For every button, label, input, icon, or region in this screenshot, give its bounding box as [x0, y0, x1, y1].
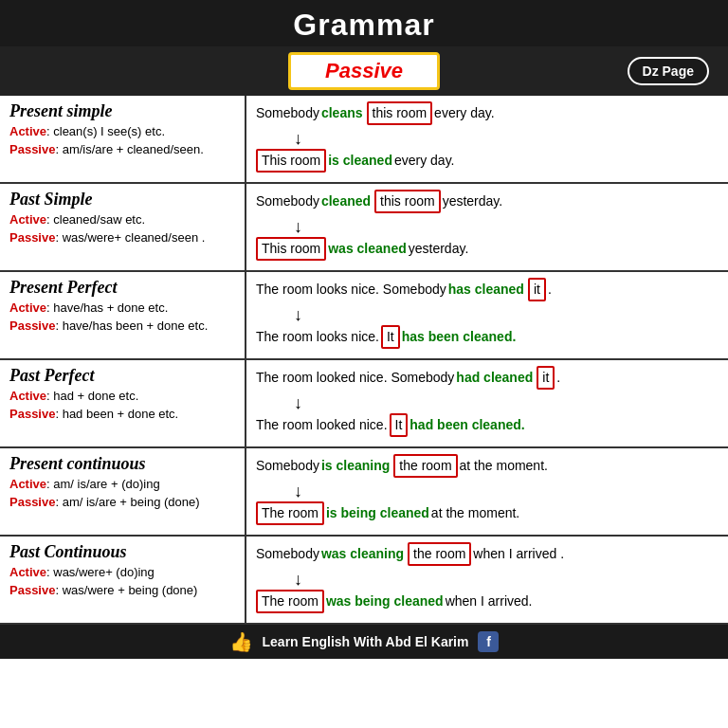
ex2-part-1: It	[381, 325, 400, 349]
ex1-part-0: The room looked nice. Somebody	[256, 368, 454, 388]
arrow-present-continuous: ↓	[256, 482, 719, 501]
passive-label: Passive	[9, 407, 55, 421]
dz-page-badge: Dz Page	[628, 57, 709, 85]
example1-past-continuous: Somebody was cleaning the room when I ar…	[256, 542, 719, 566]
active-text: : cleaned/saw etc.	[46, 212, 145, 227]
active-text: : had + done etc.	[46, 389, 138, 403]
ex1-part-4: when I arrived .	[473, 544, 564, 564]
ex2-part-2: at the moment.	[431, 503, 519, 523]
example2-past-simple: This room was cleaned yesterday.	[256, 237, 719, 261]
active-label: Active	[9, 477, 46, 491]
ex1-part-0: Somebody	[256, 191, 319, 211]
active-line-past-perfect: Active: had + done etc.	[9, 388, 235, 405]
active-text: : am/ is/are + (do)ing	[46, 477, 160, 491]
passive-text: : had been + done etc.	[55, 407, 178, 421]
active-label: Active	[9, 565, 46, 579]
ex1-part-1: was cleaning	[321, 544, 404, 564]
left-col-present-simple: Present simpleActive: clean(s) I see(s) …	[0, 96, 246, 182]
example2-present-simple: This room is cleaned every day.	[256, 149, 719, 173]
ex1-part-3: the room	[408, 542, 471, 566]
section-present-simple: Present simpleActive: clean(s) I see(s) …	[0, 96, 728, 184]
left-col-past-simple: Past SimpleActive: cleaned/saw etc.Passi…	[0, 184, 246, 270]
passive-line-present-continuous: Passive: am/ is/are + being (done)	[9, 494, 235, 511]
active-line-present-simple: Active: clean(s) I see(s) etc.	[9, 123, 235, 140]
passive-label: Passive	[9, 583, 55, 597]
passive-label: Passive	[325, 59, 403, 82]
active-text: : was/were+ (do)ing	[46, 565, 155, 579]
ex1-part-4: .	[556, 368, 560, 388]
ex2-part-1: was cleaned	[328, 239, 407, 259]
active-label: Active	[9, 389, 46, 403]
ex2-part-2: yesterday.	[409, 239, 469, 259]
section-past-perfect: Past PerfectActive: had + done etc.Passi…	[0, 360, 728, 448]
ex1-part-1: cleaned	[321, 191, 371, 211]
ex1-part-4: .	[548, 280, 552, 300]
arrow-icon-present-continuous: ↓	[294, 482, 302, 501]
ex1-part-0: The room looks nice. Somebody	[256, 280, 446, 300]
arrow-present-simple: ↓	[256, 129, 719, 149]
ex1-part-1: has cleaned	[448, 280, 524, 300]
example2-present-continuous: The room is being cleaned at the moment.	[256, 501, 719, 525]
active-text: : have/has + done etc.	[46, 300, 168, 315]
right-col-past-continuous: Somebody was cleaning the room when I ar…	[246, 537, 728, 623]
ex1-part-3: it	[528, 278, 546, 301]
ex1-part-1: had cleaned	[456, 368, 533, 388]
left-col-past-continuous: Past ContinuousActive: was/were+ (do)ing…	[0, 537, 246, 623]
passive-text: : am/is/are + cleaned/seen.	[55, 142, 203, 156]
ex1-part-0: Somebody	[256, 103, 319, 123]
left-col-present-perfect: Present PerfectActive: have/has + done e…	[0, 272, 246, 358]
section-title-past-simple: Past Simple	[9, 190, 235, 209]
right-col-past-simple: Somebody cleaned this room yesterday.↓Th…	[246, 184, 728, 270]
passive-line-present-simple: Passive: am/is/are + cleaned/seen.	[9, 141, 235, 158]
active-label: Active	[9, 300, 46, 315]
passive-label: Passive	[9, 318, 55, 333]
ex2-part-1: is being cleaned	[326, 503, 429, 523]
left-col-past-perfect: Past PerfectActive: had + done etc.Passi…	[0, 360, 246, 446]
active-line-past-continuous: Active: was/were+ (do)ing	[9, 564, 235, 581]
example2-present-perfect: The room looks nice. It has been cleaned…	[256, 325, 719, 349]
active-label: Active	[9, 212, 46, 227]
arrow-present-perfect: ↓	[256, 305, 719, 325]
fb-icon: f	[478, 631, 499, 652]
right-col-past-perfect: The room looked nice. Somebody had clean…	[246, 360, 728, 446]
ex1-part-0: Somebody	[256, 456, 319, 476]
ex1-part-3: this room	[367, 101, 433, 125]
example2-past-continuous: The room was being cleaned when I arrive…	[256, 590, 719, 613]
passive-label: Passive	[9, 230, 55, 245]
example2-past-perfect: The room looked nice. It had been cleane…	[256, 413, 719, 437]
page-title: Grammar	[0, 8, 728, 43]
right-col-present-continuous: Somebody is cleaning the room at the mom…	[246, 448, 728, 535]
footer-text: Learn English With Abd El Karim	[263, 634, 469, 649]
ex2-part-1: is cleaned	[328, 151, 392, 171]
left-col-present-continuous: Present continuousActive: am/ is/are + (…	[0, 448, 246, 535]
arrow-icon-past-continuous: ↓	[294, 570, 302, 590]
arrow-icon-past-perfect: ↓	[294, 393, 302, 413]
right-col-present-perfect: The room looks nice. Somebody has cleane…	[246, 272, 728, 358]
ex1-part-4: at the moment.	[460, 456, 548, 476]
arrow-past-simple: ↓	[256, 217, 719, 237]
arrow-icon-past-simple: ↓	[294, 217, 302, 237]
passive-line-past-continuous: Passive: was/were + being (done)	[9, 582, 235, 599]
example1-present-perfect: The room looks nice. Somebody has cleane…	[256, 278, 719, 301]
active-text: : clean(s) I see(s) etc.	[46, 124, 165, 138]
ex1-part-1: cleans	[321, 103, 363, 123]
ex2-part-0: The room	[256, 501, 324, 525]
ex2-part-2: every day.	[394, 151, 455, 171]
section-present-continuous: Present continuousActive: am/ is/are + (…	[0, 448, 728, 537]
arrow-past-continuous: ↓	[256, 570, 719, 590]
arrow-icon-present-perfect: ↓	[294, 305, 302, 325]
section-title-present-simple: Present simple	[9, 101, 235, 121]
arrow-past-perfect: ↓	[256, 393, 719, 413]
section-present-perfect: Present PerfectActive: have/has + done e…	[0, 272, 728, 360]
passive-line-present-perfect: Passive: have/has been + done etc.	[9, 318, 235, 335]
active-line-past-simple: Active: cleaned/saw etc.	[9, 211, 235, 228]
section-title-past-continuous: Past Continuous	[9, 542, 235, 562]
ex1-part-3: it	[537, 366, 555, 390]
passive-bar: Passive Dz Page	[0, 46, 728, 96]
example1-present-simple: Somebody cleans this room every day.	[256, 101, 719, 125]
ex1-part-1: is cleaning	[321, 456, 390, 476]
ex2-part-1: was being cleaned	[326, 592, 444, 611]
section-past-simple: Past SimpleActive: cleaned/saw etc.Passi…	[0, 184, 728, 272]
ex2-part-2: when I arrived.	[446, 592, 533, 611]
ex1-part-0: Somebody	[256, 544, 319, 564]
